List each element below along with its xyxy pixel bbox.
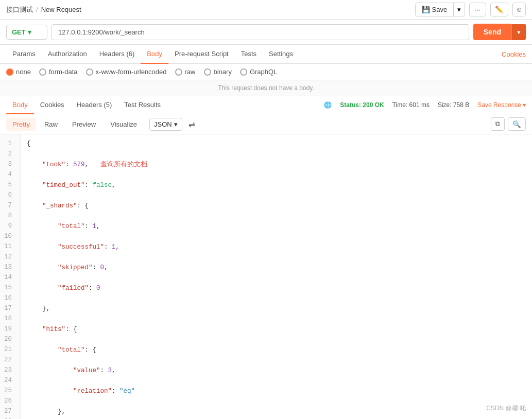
more-options-button[interactable]: ··· (469, 3, 486, 16)
method-caret: ▾ (28, 28, 31, 36)
body-type-graphql-label: GraphQL (250, 68, 277, 76)
code-viewer[interactable]: 12345 678910 1112131415 1617181920 21222… (0, 134, 532, 419)
response-area: Body Cookies Headers (5) Test Results 🌐 … (0, 96, 532, 419)
method-label: GET (12, 28, 26, 36)
save-label: Save (432, 6, 448, 13)
request-tabs-right: Cookies (502, 50, 526, 58)
body-type-none-label: none (16, 68, 31, 76)
edit-icon-button[interactable]: ✏️ (490, 3, 508, 16)
send-button[interactable]: Send (473, 24, 511, 40)
save-response-label: Save Response (477, 101, 521, 109)
breadcrumb-separator: / (36, 6, 38, 13)
radio-urlencoded-dot (86, 68, 93, 76)
search-button[interactable]: 🔍 (508, 117, 526, 131)
prettify-button[interactable]: ⇌ (188, 119, 195, 129)
resp-tab-headers[interactable]: Headers (5) (71, 96, 118, 114)
radio-raw-dot (175, 68, 182, 76)
top-bar-actions: 💾 Save ▾ ··· ✏️ ⎋ (415, 3, 526, 16)
body-type-form-data-label: form-data (49, 68, 78, 76)
viewer-toolbar-right: ⧉ 🔍 (491, 117, 526, 131)
no-body-message: This request does not have a body. (0, 80, 532, 96)
method-selector[interactable]: GET ▾ (6, 25, 47, 40)
tab-body[interactable]: Body (141, 45, 168, 64)
save-response-button[interactable]: Save Response ▾ (477, 101, 526, 109)
body-type-form-data[interactable]: form-data (39, 68, 78, 76)
status-ok: Status: 200 OK (340, 101, 384, 109)
send-button-group: Send ▾ (473, 24, 526, 40)
resp-tab-test-results[interactable]: Test Results (118, 96, 167, 114)
tab-settings[interactable]: Settings (263, 45, 299, 64)
top-bar: 接口测试 / New Request 💾 Save ▾ ··· ✏️ ⎋ (0, 0, 532, 20)
view-visualize-button[interactable]: Visualize (104, 118, 143, 131)
body-type-raw[interactable]: raw (175, 68, 196, 76)
view-preview-button[interactable]: Preview (66, 118, 102, 131)
watermark: CSDN @哪 吒 (486, 404, 526, 413)
body-type-urlencoded-label: x-www-form-urlencoded (96, 68, 167, 76)
tab-tests[interactable]: Tests (235, 45, 263, 64)
save-response-caret: ▾ (523, 101, 526, 109)
format-selector[interactable]: JSON ▾ (149, 118, 182, 131)
save-button-group: 💾 Save ▾ (415, 3, 466, 16)
body-type-graphql[interactable]: GraphQL (240, 68, 277, 76)
resp-tab-cookies[interactable]: Cookies (34, 96, 71, 114)
radio-binary-dot (204, 68, 211, 76)
globe-icon: 🌐 (324, 101, 332, 109)
line-numbers: 12345 678910 1112131415 1617181920 21222… (0, 134, 21, 419)
url-input[interactable] (52, 24, 469, 40)
cookies-link[interactable]: Cookies (502, 50, 526, 58)
copy-button[interactable]: ⧉ (491, 117, 505, 131)
response-size: Size: 758 B (438, 101, 469, 109)
radio-none-dot (6, 68, 13, 76)
body-type-binary[interactable]: binary (204, 68, 232, 76)
format-caret: ▾ (174, 120, 178, 128)
response-time: Time: 601 ms (392, 101, 430, 109)
viewer-toolbar: Pretty Raw Preview Visualize JSON ▾ ⇌ ⧉ … (0, 114, 532, 134)
save-button[interactable]: 💾 Save (416, 3, 454, 16)
request-title: New Request (41, 6, 81, 13)
view-raw-button[interactable]: Raw (38, 118, 64, 131)
send-caret-button[interactable]: ▾ (511, 24, 526, 40)
body-type-raw-label: raw (185, 68, 196, 76)
save-icon: 💾 (422, 6, 430, 13)
response-tabs: Body Cookies Headers (5) Test Results 🌐 … (0, 96, 532, 114)
tab-pre-request[interactable]: Pre-request Script (168, 45, 235, 64)
code-content: { "took": 579, 查询所有的文档 "timed_out": fals… (21, 134, 532, 419)
fork-icon-button[interactable]: ⎋ (512, 3, 526, 16)
response-status-bar: 🌐 Status: 200 OK Time: 601 ms Size: 758 … (324, 101, 526, 109)
radio-graphql-dot (240, 68, 247, 76)
body-type-none[interactable]: none (6, 68, 31, 76)
resp-tab-body[interactable]: Body (6, 96, 34, 114)
request-tabs: Params Authorization Headers (6) Body Pr… (0, 45, 532, 64)
url-bar: GET ▾ Send ▾ (0, 20, 532, 45)
breadcrumb-link[interactable]: 接口测试 (6, 5, 33, 14)
body-type-urlencoded[interactable]: x-www-form-urlencoded (86, 68, 167, 76)
view-pretty-button[interactable]: Pretty (6, 118, 36, 131)
body-type-binary-label: binary (214, 68, 232, 76)
breadcrumb-area: 接口测试 / New Request (6, 5, 81, 14)
format-label: JSON (154, 120, 172, 128)
tab-authorization[interactable]: Authorization (42, 45, 93, 64)
tab-params[interactable]: Params (6, 45, 42, 64)
body-type-bar: none form-data x-www-form-urlencoded raw… (0, 64, 532, 80)
tab-headers[interactable]: Headers (6) (93, 45, 141, 64)
save-caret-button[interactable]: ▾ (453, 3, 465, 16)
radio-form-data-dot (39, 68, 46, 76)
